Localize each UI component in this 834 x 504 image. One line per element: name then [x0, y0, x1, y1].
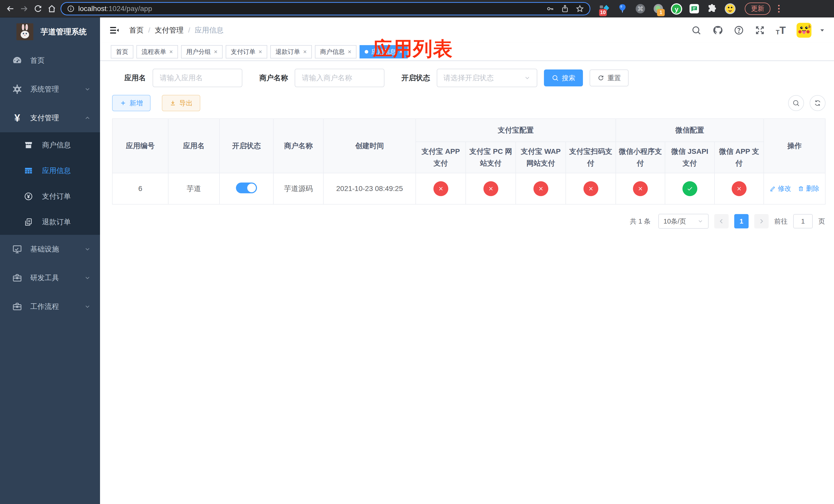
sidebar-item-system[interactable]: 系统管理	[0, 75, 100, 104]
extension-badge: 1	[657, 9, 665, 16]
close-icon[interactable]: ×	[259, 49, 262, 55]
breadcrumb-separator: /	[188, 26, 190, 35]
browser-menu-icon[interactable]	[778, 5, 780, 13]
add-button[interactable]: 新增	[112, 95, 151, 111]
table-row: 6 芋道 芋道源码 2021-10-23 08:49:25	[112, 173, 825, 204]
extension-command-icon[interactable]: ⌘	[635, 3, 646, 15]
browser-back-icon[interactable]	[5, 4, 15, 14]
reset-button[interactable]: 重置	[590, 69, 629, 86]
top-navbar: 首页 / 支付管理 / 应用信息 TT	[100, 18, 834, 43]
col-header-wechat-jsapi: 微信 JSAPI 支付	[665, 142, 715, 173]
close-icon[interactable]: ×	[169, 49, 173, 55]
sidebar-item-workflow[interactable]: 工作流程	[0, 292, 100, 321]
delete-link[interactable]: 删除	[798, 184, 819, 193]
browser-forward-icon[interactable]	[19, 4, 29, 14]
sidebar-item-label: 应用信息	[42, 166, 71, 176]
extension-diamond-icon[interactable]: 10	[598, 3, 610, 15]
filter-form: 应用名 商户名称 开启状态 请选择开启状态 搜索 重置	[112, 69, 826, 87]
browser-home-icon[interactable]	[47, 4, 57, 14]
sidebar-item-pay-orders[interactable]: 支付订单	[0, 184, 100, 209]
sidebar-item-label: 基础设施	[30, 244, 59, 254]
col-header-merchant: 商户名称	[273, 119, 323, 173]
share-icon[interactable]	[561, 5, 569, 13]
font-size-icon[interactable]: TT	[776, 25, 786, 36]
chevron-down-icon	[84, 275, 91, 281]
github-icon[interactable]	[712, 25, 723, 36]
avatar-caret-icon[interactable]	[819, 27, 826, 34]
close-icon[interactable]: ×	[303, 49, 307, 55]
tab-user-group[interactable]: 用户分组×	[181, 45, 223, 59]
extension-chat-icon[interactable]	[688, 3, 700, 15]
payment-submenu: 商户信息 应用信息 支付订单 退款订单	[0, 132, 100, 235]
document-copy-icon	[23, 217, 35, 226]
page-unit-label: 页	[818, 217, 825, 226]
extension-emoji-icon[interactable]	[724, 3, 736, 15]
sidebar-item-merchant-info[interactable]: 商户信息	[0, 132, 100, 158]
address-bar[interactable]: localhost:1024/pay/app	[61, 2, 590, 15]
yuan-circle-icon	[23, 192, 35, 201]
tab-process-form[interactable]: 流程表单×	[136, 45, 178, 59]
browser-reload-icon[interactable]	[33, 4, 43, 14]
sidebar-item-app-info[interactable]: 应用信息	[0, 158, 100, 184]
close-icon[interactable]: ×	[214, 49, 218, 55]
tab-pay-orders[interactable]: 支付订单×	[226, 45, 267, 59]
search-icon[interactable]	[691, 25, 701, 36]
extension-badge: 10	[599, 9, 607, 16]
prev-page-button[interactable]	[714, 214, 729, 228]
cell-status	[220, 173, 273, 204]
extension-recorder-icon[interactable]: 1	[653, 3, 664, 15]
tab-refund-orders[interactable]: 退款订单×	[270, 45, 312, 59]
channel-status-icon	[633, 181, 648, 196]
col-header-alipay-wap: 支付宝 WAP 网站支付	[516, 142, 566, 173]
avatar[interactable]	[796, 23, 811, 38]
app-title: 芋道管理系统	[41, 27, 87, 37]
sidebar: 芋道管理系统 首页 系统管理 ¥ 支付管理 商户信息	[0, 18, 100, 504]
tab-merchant-info[interactable]: 商户信息×	[315, 45, 356, 59]
sidebar-fold-icon[interactable]	[109, 25, 120, 36]
sidebar-item-dev-tools[interactable]: 研发工具	[0, 264, 100, 292]
page-number-1[interactable]: 1	[734, 214, 749, 228]
toolbox-icon	[11, 301, 23, 312]
help-icon[interactable]	[734, 25, 744, 36]
col-header-app-no: 应用编号	[112, 119, 168, 173]
svg-text:y: y	[675, 5, 679, 13]
export-button[interactable]: 导出	[162, 95, 200, 111]
chevron-down-icon	[697, 218, 703, 224]
search-button[interactable]: 搜索	[544, 69, 583, 86]
channel-status-icon	[584, 181, 598, 196]
page-size-select[interactable]: 10条/页	[658, 214, 708, 229]
status-toggle[interactable]	[236, 183, 257, 193]
refresh-button[interactable]	[810, 95, 826, 111]
goto-page-input[interactable]	[793, 214, 813, 228]
extension-y-icon[interactable]: y	[671, 3, 682, 15]
browser-update-button[interactable]: 更新	[745, 3, 770, 15]
edit-link[interactable]: 修改	[770, 184, 791, 193]
sidebar-item-label: 退款订单	[42, 217, 71, 227]
next-page-button[interactable]	[754, 214, 769, 228]
app-name-input[interactable]	[153, 69, 242, 87]
sidebar-item-home[interactable]: 首页	[0, 46, 100, 75]
sidebar-item-label: 支付管理	[30, 113, 59, 123]
browser-toolbar: localhost:1024/pay/app 10 ⌘ 1	[0, 0, 834, 18]
app-logo-row[interactable]: 芋道管理系统	[0, 18, 100, 46]
breadcrumb-home[interactable]: 首页	[129, 25, 144, 35]
extension-balloon-icon[interactable]	[616, 3, 628, 15]
sidebar-item-infrastructure[interactable]: 基础设施	[0, 235, 100, 264]
toggle-search-button[interactable]	[788, 95, 804, 111]
extensions-puzzle-icon[interactable]	[706, 3, 718, 15]
bookmark-star-icon[interactable]	[576, 5, 584, 13]
total-count: 共 1 条	[630, 217, 651, 226]
status-select[interactable]: 请选择开启状态	[437, 69, 537, 87]
site-info-icon[interactable]	[67, 5, 74, 13]
sidebar-item-payment[interactable]: ¥ 支付管理	[0, 104, 100, 132]
sidebar-item-refund-orders[interactable]: 退款订单	[0, 209, 100, 235]
url-text[interactable]: localhost:1024/pay/app	[78, 5, 152, 13]
cell-app-name: 芋道	[168, 173, 220, 204]
close-icon[interactable]: ×	[348, 49, 351, 55]
tab-home[interactable]: 首页	[111, 45, 133, 59]
merchant-name-input[interactable]	[295, 69, 385, 87]
breadcrumb-payment[interactable]: 支付管理	[155, 25, 184, 35]
fullscreen-icon[interactable]	[755, 25, 765, 36]
password-key-icon[interactable]	[546, 5, 554, 13]
status-label: 开启状态	[401, 73, 430, 83]
